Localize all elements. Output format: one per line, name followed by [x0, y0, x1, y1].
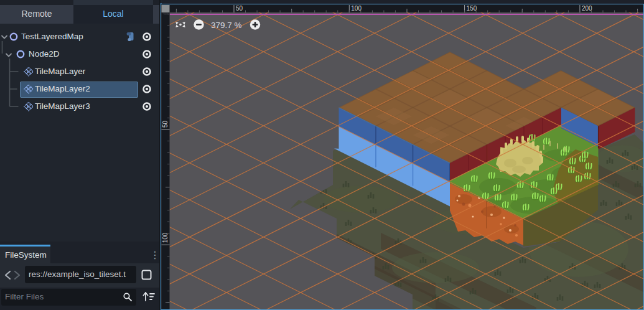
svg-text:50: 50	[236, 5, 243, 12]
svg-text:200: 200	[582, 5, 592, 12]
svg-text:150: 150	[467, 5, 477, 12]
svg-text:50: 50	[162, 120, 169, 128]
svg-text:100: 100	[162, 232, 169, 243]
svg-text:100: 100	[351, 5, 362, 12]
svg-text:379.7 %: 379.7 %	[211, 21, 242, 30]
